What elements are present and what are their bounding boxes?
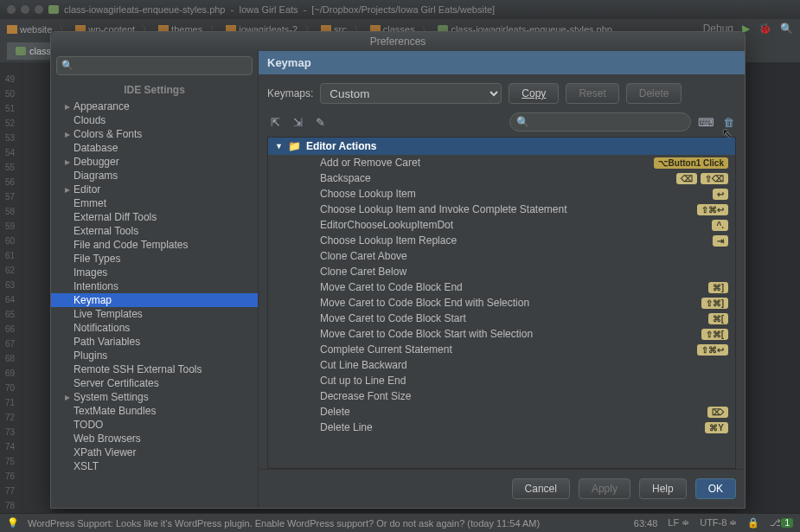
ok-button[interactable]: OK (695, 478, 736, 499)
action-label: Cut Line Backward (320, 359, 728, 371)
tree-item-clouds[interactable]: Clouds (51, 113, 258, 127)
tree-item-label: Debugger (74, 156, 119, 168)
actions-tree[interactable]: ▼ 📁 Editor Actions Add or Remove Caret⌥B… (267, 137, 736, 469)
tree-item-label: TextMate Bundles (74, 405, 156, 417)
keymaps-select[interactable]: Custom (320, 83, 502, 104)
chevron-right-icon: ▸ (65, 156, 74, 168)
apply-button[interactable]: Apply (579, 478, 630, 499)
tree-item-xpath-viewer[interactable]: XPath Viewer (51, 445, 258, 459)
tree-item-keymap[interactable]: Keymap (51, 293, 258, 307)
tree-item-notifications[interactable]: Notifications (51, 321, 258, 335)
tree-item-database[interactable]: Database (51, 141, 258, 155)
breadcrumb-item[interactable]: website (7, 24, 52, 35)
action-row[interactable]: Move Caret to Code Block Start with Sele… (268, 326, 735, 342)
tree-item-system-settings[interactable]: ▸System Settings (51, 390, 258, 404)
tree-item-remote-ssh-external-tools[interactable]: Remote SSH External Tools (51, 362, 258, 376)
line-separator[interactable]: LF ≑ (668, 517, 689, 529)
tree-item-diagrams[interactable]: Diagrams (51, 169, 258, 183)
shortcut-badge: ⇧⌘↩ (697, 204, 728, 215)
tree-item-textmate-bundles[interactable]: TextMate Bundles (51, 404, 258, 418)
git-indicator[interactable]: ⎇1 (770, 517, 793, 529)
max-dot[interactable] (35, 5, 43, 14)
action-label: Cut up to Line End (320, 375, 728, 387)
line-number: 66 (0, 324, 52, 339)
edit-icon[interactable]: ✎ (312, 114, 328, 130)
action-row[interactable]: EditorChooseLookupItemDot^. (268, 217, 735, 233)
collapse-all-icon[interactable]: ⇲ (290, 114, 305, 130)
lock-icon[interactable]: 🔒 (747, 517, 759, 529)
line-number: 65 (0, 310, 52, 324)
action-row[interactable]: Complete Current Statement⇧⌘↩ (268, 342, 735, 357)
action-row[interactable]: Add or Remove Caret⌥Button1 Click (268, 155, 735, 170)
tree-item-intentions[interactable]: Intentions (51, 279, 258, 293)
shortcut-badge: ⇧⌘↩ (697, 344, 728, 356)
tree-item-appearance[interactable]: ▸Appearance (51, 99, 258, 113)
tree-item-editor[interactable]: ▸Editor (51, 183, 258, 196)
action-row[interactable]: Choose Lookup Item↩ (268, 186, 735, 202)
tree-item-label: Server Certificates (74, 377, 159, 389)
expand-all-icon[interactable]: ⇱ (267, 114, 283, 130)
tree-item-colors-&-fonts[interactable]: ▸Colors & Fonts (51, 127, 258, 141)
tree-item-images[interactable]: Images (51, 266, 258, 279)
line-number: 52 (0, 119, 52, 133)
tree-item-file-types[interactable]: File Types (51, 252, 258, 266)
shortcut-badge: ⌦ (707, 407, 728, 418)
chevron-right-icon: ▸ (65, 100, 74, 112)
tree-item-debugger[interactable]: ▸Debugger (51, 155, 258, 169)
action-row[interactable]: Move Caret to Code Block End⌘] (268, 279, 735, 295)
cancel-button[interactable]: Cancel (512, 478, 570, 499)
action-row[interactable]: Choose Lookup Item and Invoke Complete S… (268, 202, 735, 217)
tree-item-plugins[interactable]: Plugins (51, 349, 258, 362)
tree-item-label: Diagrams (74, 170, 118, 182)
caret-position[interactable]: 63:48 (634, 518, 658, 529)
preferences-dialog: Preferences 🔍 IDE Settings ▸AppearanceCl… (50, 31, 746, 509)
action-search-input[interactable] (509, 112, 691, 131)
action-row[interactable]: Move Caret to Code Block End with Select… (268, 295, 735, 311)
debug-icon[interactable]: 🐞 (758, 22, 771, 35)
settings-search-input[interactable] (56, 56, 253, 75)
delete-button[interactable]: Delete (626, 83, 682, 104)
help-button[interactable]: Help (639, 478, 687, 499)
tree-item-path-variables[interactable]: Path Variables (51, 335, 258, 349)
window-controls[interactable] (7, 5, 43, 14)
min-dot[interactable] (21, 5, 29, 14)
status-message[interactable]: WordPress Support: Looks like it's WordP… (28, 518, 540, 529)
action-row[interactable]: Clone Caret Above (268, 248, 735, 264)
copy-button[interactable]: Copy (509, 83, 559, 104)
tree-item-live-templates[interactable]: Live Templates (51, 307, 258, 321)
action-row[interactable]: Choose Lookup Item Replace⇥ (268, 233, 735, 248)
tree-item-todo[interactable]: TODO (51, 418, 258, 432)
line-number: 71 (0, 398, 52, 413)
tree-item-server-certificates[interactable]: Server Certificates (51, 376, 258, 390)
tree-item-label: Plugins (74, 349, 107, 362)
action-row[interactable]: Cut Line Backward (268, 357, 735, 373)
reset-button[interactable]: Reset (566, 83, 618, 104)
close-dot[interactable] (7, 5, 16, 14)
settings-tree[interactable]: ▸AppearanceClouds▸Colors & FontsDatabase… (51, 99, 258, 508)
tree-item-web-browsers[interactable]: Web Browsers (51, 432, 258, 445)
tree-item-emmet[interactable]: Emmet (51, 196, 258, 210)
action-row[interactable]: Move Caret to Code Block Start⌘[ (268, 311, 735, 326)
search-icon[interactable]: 🔍 (780, 22, 793, 35)
action-row[interactable]: Delete⌦ (268, 404, 735, 420)
editor-actions-group[interactable]: ▼ 📁 Editor Actions (268, 138, 735, 155)
action-row[interactable]: Decrease Font Size (268, 388, 735, 404)
tree-item-xslt[interactable]: XSLT (51, 459, 258, 473)
action-row[interactable]: Backspace⌫⇧⌫ (268, 170, 735, 186)
tree-item-file-and-code-templates[interactable]: File and Code Templates (51, 238, 258, 252)
tree-item-external-tools[interactable]: External Tools (51, 224, 258, 238)
line-number: 57 (0, 192, 52, 207)
tree-item-label: Editor (74, 183, 100, 195)
tree-item-label: System Settings (74, 391, 149, 403)
action-label: Choose Lookup Item (320, 188, 709, 200)
tree-item-label: Intentions (74, 280, 118, 292)
tree-item-external-diff-tools[interactable]: External Diff Tools (51, 210, 258, 224)
encoding[interactable]: UTF-8 ≑ (700, 517, 737, 529)
action-row[interactable]: Cut up to Line End (268, 373, 735, 388)
php-file-icon (48, 5, 59, 14)
action-label: EditorChooseLookupItemDot (320, 219, 708, 231)
action-row[interactable]: Clone Caret Below (268, 264, 735, 279)
breadcrumb-label: website (20, 24, 52, 35)
action-row[interactable]: Delete Line⌘Y (268, 420, 735, 435)
find-by-shortcut-icon[interactable]: ⌨ (698, 114, 714, 130)
